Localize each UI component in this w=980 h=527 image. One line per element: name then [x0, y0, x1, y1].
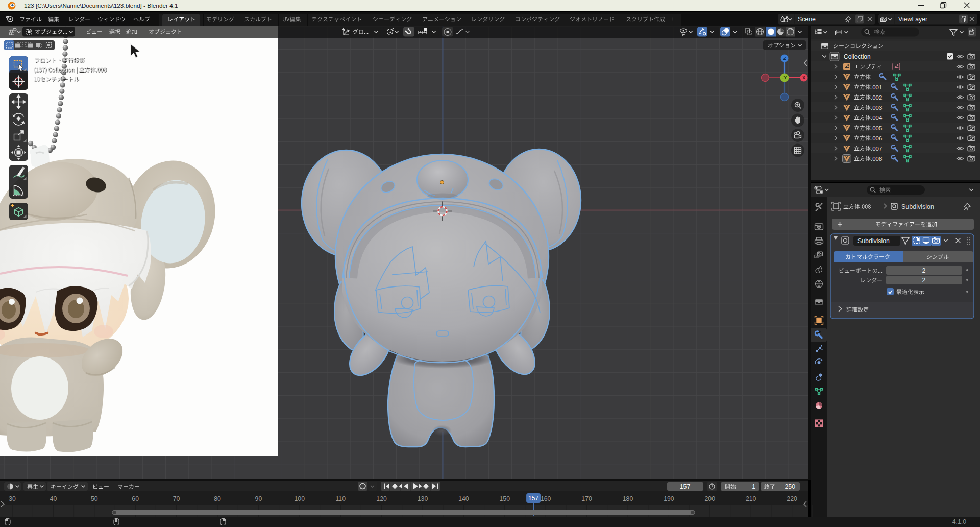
svg-text:190: 190 [664, 495, 674, 502]
svg-text:100: 100 [295, 495, 305, 502]
svg-text:150: 150 [500, 495, 510, 502]
svg-text:80: 80 [214, 495, 221, 502]
svg-text:157: 157 [680, 483, 691, 490]
svg-text:Subdivision: Subdivision [901, 203, 934, 210]
svg-text:90: 90 [255, 495, 262, 502]
svg-text:60: 60 [132, 495, 139, 502]
svg-text:220: 220 [787, 495, 797, 502]
svg-text:Collection: Collection [844, 53, 871, 60]
svg-text:210: 210 [746, 495, 756, 502]
svg-text:1: 1 [752, 483, 755, 490]
svg-text:2: 2 [922, 277, 926, 284]
svg-text:.004: .004 [871, 115, 883, 121]
svg-text:ViewLayer: ViewLayer [898, 16, 927, 23]
svg-text:123 [C:\Users\Namie\Documents\: 123 [C:\Users\Namie\Documents\123.blend]… [24, 2, 178, 9]
svg-text:200: 200 [705, 495, 716, 502]
svg-text:Scene: Scene [798, 16, 816, 23]
svg-text:180: 180 [623, 495, 633, 502]
svg-text:4.1.0: 4.1.0 [952, 518, 967, 525]
svg-text:.005: .005 [871, 125, 882, 131]
svg-text:170: 170 [581, 495, 592, 502]
svg-text:40: 40 [50, 495, 57, 502]
svg-text:.007: .007 [871, 146, 882, 152]
svg-text:.006: .006 [871, 135, 882, 141]
svg-text:120: 120 [376, 495, 387, 502]
svg-text:.008: .008 [871, 156, 882, 162]
svg-text:130: 130 [418, 495, 428, 502]
svg-text:2: 2 [922, 267, 926, 274]
svg-text:X: X [802, 75, 805, 80]
svg-text:110: 110 [335, 495, 346, 502]
svg-text:.003: .003 [871, 105, 882, 111]
svg-text:-Y: -Y [782, 75, 787, 80]
svg-text:30: 30 [9, 495, 16, 502]
svg-text:140: 140 [458, 495, 469, 502]
svg-text:50: 50 [91, 495, 98, 502]
svg-text:157: 157 [528, 495, 538, 502]
svg-text:Subdivision: Subdivision [857, 237, 890, 245]
svg-text:Z: Z [783, 56, 786, 61]
svg-text:.001: .001 [871, 84, 882, 90]
svg-text:160: 160 [541, 495, 551, 502]
svg-text:250: 250 [785, 483, 795, 490]
svg-text:70: 70 [173, 495, 180, 502]
svg-text:.002: .002 [871, 94, 882, 101]
